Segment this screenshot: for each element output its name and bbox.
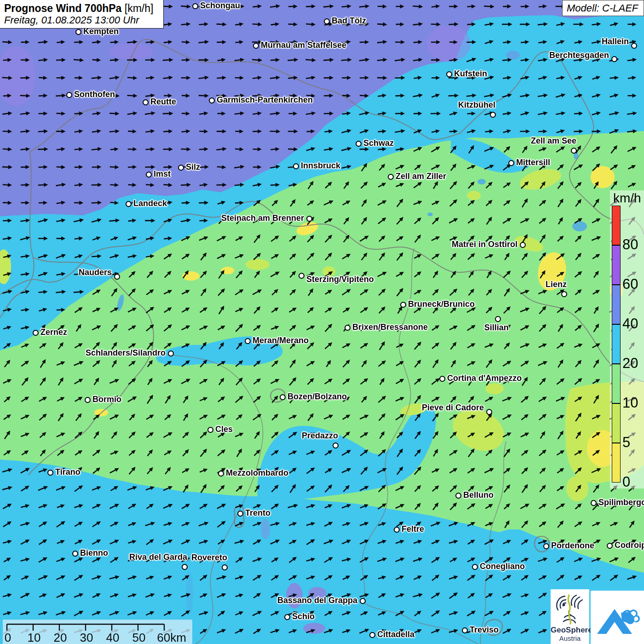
city-label: Silz	[186, 162, 200, 172]
legend-tick-label: 40	[622, 316, 638, 332]
geosphere-logo: GeoSphere Austria	[551, 589, 589, 644]
city-label: Predazzo	[302, 431, 338, 440]
geosphere-logo-icon	[551, 591, 586, 626]
city-label: Kitzbühel	[458, 100, 495, 109]
city-marker	[66, 92, 72, 98]
city-marker	[472, 564, 478, 570]
city-marker	[446, 71, 452, 77]
city-marker	[394, 527, 400, 533]
city-label: Sillian	[484, 323, 509, 332]
city-marker	[388, 174, 394, 180]
city-marker	[245, 338, 251, 344]
city-label: Garmisch-Partenkirchen	[217, 95, 313, 104]
city-marker	[47, 470, 53, 476]
page-title: Prognose Wind 700hPa [km/h]	[4, 2, 159, 14]
city-label: Riva del Garda	[129, 552, 187, 562]
city-label: Tirano	[55, 467, 80, 477]
city-marker	[178, 165, 184, 171]
city-marker	[495, 316, 501, 322]
legend-segment-10-20	[612, 364, 621, 403]
city-marker	[571, 148, 577, 154]
city-label: Cles	[215, 425, 233, 434]
city-label: Belluno	[463, 490, 494, 500]
city-label: Pieve di Cadore	[422, 403, 484, 412]
city-marker	[33, 330, 39, 336]
city-label: Schwaz	[363, 138, 394, 148]
city-marker	[611, 56, 617, 62]
forecast-datetime: Freitag, 01.08.2025 13:00 Uhr	[4, 14, 159, 26]
city-marker	[607, 543, 613, 549]
city-marker	[543, 543, 549, 549]
city-label: Schlanders/Silandro	[86, 348, 166, 357]
city-label: Innsbruck	[301, 161, 340, 170]
city-marker	[218, 471, 224, 477]
city-label: Cittadella	[377, 630, 414, 639]
geosphere-logo-country: Austria	[551, 634, 589, 642]
city-marker	[168, 351, 174, 356]
city-marker	[253, 43, 259, 49]
city-label: Reutte	[150, 97, 176, 106]
scale-label: 40	[106, 631, 120, 644]
city-marker	[324, 18, 330, 24]
city-label: Meran/Merano	[253, 336, 309, 345]
city-marker	[356, 141, 362, 147]
city-marker	[114, 274, 120, 280]
city-marker	[146, 172, 152, 178]
city-label: Feltre	[402, 524, 424, 534]
city-label: Bruneck/Brunico	[408, 299, 475, 309]
legend-tick-label: 5	[622, 435, 630, 450]
city-marker	[192, 3, 198, 9]
city-label: Nauders	[79, 268, 112, 277]
city-label: Kufstein	[454, 69, 487, 78]
city-marker	[222, 564, 228, 570]
city-marker	[561, 291, 567, 297]
legend-segment-20-40	[612, 324, 621, 364]
mountain-cloud-icon	[593, 593, 641, 641]
city-label: Mittersill	[516, 158, 550, 167]
city-marker	[345, 325, 351, 331]
city-marker	[299, 273, 305, 279]
mountain-cloud-logo	[591, 591, 644, 644]
city-label: Berchtesgaden	[549, 51, 609, 60]
city-marker	[631, 43, 637, 49]
city-label: Matrei in Osttirol	[452, 240, 518, 249]
city-marker	[369, 632, 375, 638]
city-label: Lienz	[546, 280, 567, 289]
city-marker	[490, 112, 496, 118]
scale-label: 60km	[157, 631, 186, 644]
city-label: Trento	[245, 508, 270, 518]
city-label: Codroipo	[615, 540, 644, 550]
city-marker	[284, 614, 290, 620]
city-label: Spilimbergo	[598, 498, 644, 507]
city-marker	[333, 443, 339, 448]
legend-unit-label: km/h	[613, 191, 641, 206]
city-label: Brixen/Bressanone	[352, 322, 428, 332]
legend-tick-label: 60	[622, 276, 638, 292]
scale-label: 0	[5, 631, 11, 644]
city-marker	[455, 493, 461, 499]
city-label: Bassano del Grappa	[277, 596, 357, 605]
city-label: Zell am Ziller	[396, 172, 446, 181]
city-marker	[75, 29, 81, 35]
city-marker	[72, 551, 78, 557]
city-marker	[306, 216, 312, 222]
city-label: Schongau	[200, 1, 240, 10]
city-marker	[207, 427, 213, 433]
legend-tick-label: 0	[622, 474, 630, 490]
city-marker	[182, 564, 188, 570]
city-label: Hallein	[602, 37, 629, 46]
city-marker	[280, 394, 286, 400]
scale-label: 10	[28, 631, 41, 644]
city-marker	[237, 511, 243, 517]
title-box: Prognose Wind 700hPa [km/h] Freitag, 01.…	[0, 0, 164, 29]
legend-segment-0-5	[612, 443, 621, 483]
city-label: Schio	[292, 612, 315, 621]
city-marker	[591, 500, 597, 506]
city-label: Conegliano	[480, 562, 525, 571]
city-label: Treviso	[470, 625, 499, 634]
legend-tick-label: 10	[622, 395, 638, 411]
legend-segment-80+	[612, 206, 621, 245]
city-label: Cortina d'Ampezzo	[447, 374, 522, 383]
city-label: Bormio	[92, 395, 121, 404]
legend-segment-60-80	[612, 245, 621, 285]
